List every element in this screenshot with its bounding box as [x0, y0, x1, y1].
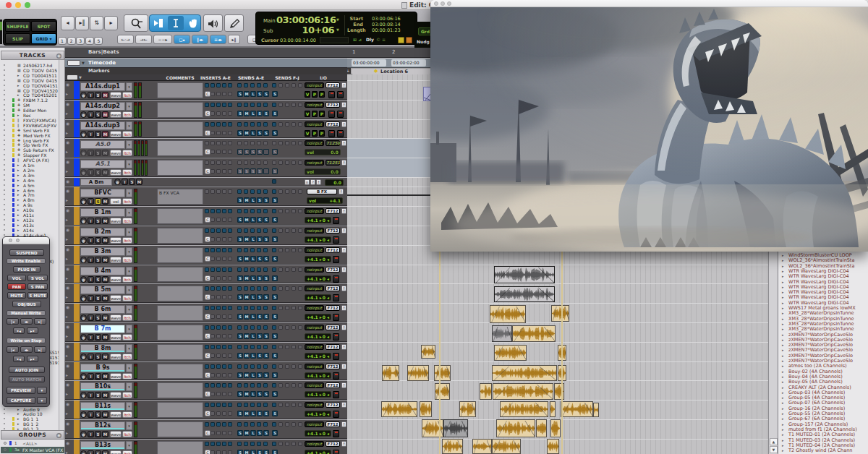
- send-fj-empty[interactable]: [285, 383, 289, 387]
- send-fj-empty[interactable]: [292, 228, 296, 233]
- track-output-arrow[interactable]: ↑: [341, 364, 346, 369]
- insert-slot[interactable]: [228, 267, 232, 272]
- track-solo-button[interactable]: S: [95, 392, 101, 398]
- group-item[interactable]: 3aFX Master VCA (FX: [1, 447, 64, 453]
- audio-clip[interactable]: [407, 365, 429, 381]
- track-record-button[interactable]: ●: [80, 392, 87, 398]
- send-slot[interactable]: [263, 83, 268, 87]
- insert-slot-empty[interactable]: [222, 354, 226, 358]
- track-output-selector[interactable]: F712: [326, 421, 340, 427]
- send-fj-empty[interactable]: [278, 306, 283, 310]
- track-output-selector[interactable]: F712: [326, 364, 340, 369]
- track-input-button[interactable]: I: [88, 373, 94, 380]
- clip-expand-icon[interactable]: ▸: [782, 258, 784, 263]
- send-fj-empty[interactable]: [292, 422, 296, 427]
- track-pan2-chip[interactable]: P: [319, 91, 325, 98]
- track-view-selector[interactable]: wave: [110, 237, 122, 244]
- track-name-dropdown-icon[interactable]: ▾: [126, 267, 132, 275]
- track-input-selector[interactable]: noinput: [305, 382, 324, 388]
- track-output-arrow[interactable]: ↑: [341, 344, 346, 350]
- send-fj-letter[interactable]: S: [272, 353, 278, 359]
- tracks-menu-icon[interactable]: ◉: [56, 53, 61, 59]
- send-slot[interactable]: [250, 189, 255, 194]
- grabber-tool[interactable]: [185, 16, 201, 30]
- audio-clip[interactable]: [490, 305, 526, 323]
- send-fj-slot[interactable]: [272, 442, 276, 446]
- track-output-selector[interactable]: F712: [326, 441, 340, 447]
- track-mute-button[interactable]: M: [136, 179, 142, 185]
- insert-slot[interactable]: [205, 83, 209, 87]
- insert-slot-empty[interactable]: [222, 150, 226, 154]
- send-fj-slot[interactable]: [272, 103, 276, 107]
- track-solo-button[interactable]: S: [95, 198, 101, 205]
- clip-expand-icon[interactable]: ▸: [782, 280, 784, 285]
- audio-clip[interactable]: [494, 286, 555, 302]
- insert-slot-empty[interactable]: [222, 276, 226, 280]
- insert-slot[interactable]: [210, 267, 215, 272]
- track-automation-mode[interactable]: ltch: [122, 237, 132, 244]
- insert-slot[interactable]: [205, 160, 209, 165]
- track-name-dropdown-icon[interactable]: ▾: [126, 421, 132, 430]
- send-fj-empty[interactable]: [292, 122, 296, 127]
- track-record-button[interactable]: ●: [80, 276, 87, 283]
- insert-slot[interactable]: [216, 306, 221, 310]
- zoom-preset-1[interactable]: 1: [58, 37, 67, 45]
- track-name-dropdown-icon[interactable]: ▾: [126, 344, 132, 353]
- send-fj-slot[interactable]: [272, 141, 276, 145]
- insert-slot-empty[interactable]: [222, 392, 226, 396]
- track-output-arrow[interactable]: ↑: [341, 228, 346, 234]
- send-fj-slot[interactable]: [272, 209, 276, 213]
- insert-slot[interactable]: [205, 286, 209, 291]
- send-letter[interactable]: S: [257, 391, 263, 397]
- write-on-stop-arrow-button[interactable]: ◂▸: [20, 346, 33, 353]
- insert-slot[interactable]: [222, 267, 226, 272]
- send-fj-empty[interactable]: [292, 403, 296, 407]
- send-slot[interactable]: [257, 189, 261, 194]
- insert-slot[interactable]: [222, 325, 226, 330]
- clip-expand-icon[interactable]: ▸: [782, 306, 784, 311]
- track-playlist-icon[interactable]: ▸: [66, 276, 68, 280]
- send-fj-empty[interactable]: [298, 122, 302, 127]
- send-letter[interactable]: S: [237, 353, 243, 359]
- insert-slot[interactable]: [216, 103, 221, 107]
- send-fj-empty[interactable]: [285, 267, 289, 272]
- send-fj-letter[interactable]: S: [272, 333, 278, 339]
- track-meter-icon[interactable]: [333, 450, 339, 454]
- track-input-selector[interactable]: noinput: [305, 228, 324, 234]
- insert-slot-empty[interactable]: [228, 257, 232, 261]
- track-input-button[interactable]: I: [122, 179, 128, 185]
- track-pan-chip[interactable]: P: [312, 111, 318, 117]
- insert-slot[interactable]: [210, 286, 215, 291]
- obj-bus-button[interactable]: OBJ/BUS: [12, 301, 41, 307]
- send-slot[interactable]: [263, 122, 268, 127]
- capture-button[interactable]: CAPTURE: [7, 397, 35, 404]
- send-slot[interactable]: [244, 189, 248, 194]
- write-on-stop-trim-button[interactable]: ▸•: [27, 356, 38, 362]
- video-window[interactable]: [430, 0, 868, 252]
- track-comments[interactable]: [157, 441, 203, 454]
- voice-color-strip[interactable]: [74, 81, 80, 99]
- insert-slot[interactable]: [222, 248, 226, 252]
- track-solo-button[interactable]: S: [95, 257, 101, 263]
- timeline-scrollbar[interactable]: ▲ ▼: [768, 251, 778, 454]
- send-fj-empty[interactable]: [292, 345, 296, 349]
- send-letter[interactable]: L: [250, 217, 256, 223]
- track-comments[interactable]: [157, 247, 203, 263]
- clip-expand-icon[interactable]: ▸: [782, 343, 784, 348]
- video-minimize-button[interactable]: [441, 1, 445, 6]
- audio-clip[interactable]: [551, 305, 569, 322]
- send-fj-empty[interactable]: [285, 248, 289, 252]
- track-input-selector[interactable]: noinput: [305, 402, 324, 408]
- track-input-button[interactable]: I: [88, 257, 94, 263]
- send-fj-empty[interactable]: [298, 383, 302, 387]
- edit-toolbar-small-button-5[interactable]: ‖◂▸: [192, 35, 208, 44]
- ruler-markers[interactable]: Markers: [65, 68, 347, 74]
- insert-slot-empty[interactable]: [228, 392, 232, 396]
- insert-slot-empty[interactable]: [216, 295, 221, 299]
- send-fj-empty[interactable]: [278, 345, 283, 349]
- track-automation-icon[interactable]: ◉: [66, 421, 69, 426]
- voice-color-strip[interactable]: [74, 284, 80, 302]
- send-letter[interactable]: M: [244, 130, 250, 136]
- manual-write-arrow-button[interactable]: |◂: [7, 318, 19, 325]
- track-gain-display[interactable]: +4.1 ▸0 ◂: [305, 217, 331, 223]
